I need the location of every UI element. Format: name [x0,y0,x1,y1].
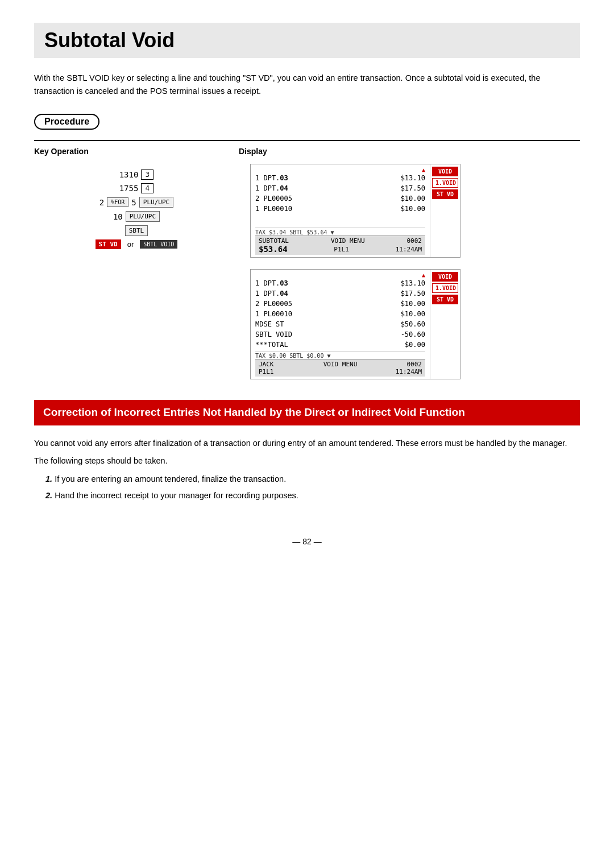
screen-2-row-4: 1 PL00010 $10.00 [255,309,425,319]
screen-2-footer-label: JACK [259,361,274,368]
screen-2-btns: VOID 1.VOID ST VD [430,270,460,379]
screen-2-footer: JACK VOID MENU 0002 P1L1 11:24AM [255,359,425,377]
intro-paragraph: With the SBTL VOID key or selecting a li… [34,72,580,98]
key-num-10: 10 [113,212,123,221]
screen-1-footer-time: 11:24AM [396,246,422,253]
correction-step-1: 1. If you are entering an amount tendere… [45,472,580,486]
step-1-num: 1. [45,474,52,483]
key-box-4[interactable]: 4 [141,183,154,193]
display-header: Display [239,147,580,156]
screen-2-row-6: SBTL VOID -50.60 [255,329,425,340]
key-btn-sbtl[interactable]: SBTL [125,225,148,236]
screen-1-footer-num: 0002 [407,237,422,245]
correction-para1: You cannot void any errors after finaliz… [34,437,580,450]
screen-2-body: ▲ 1 DPT.03 $13.10 1 DPT.04 $17.50 2 PL00… [251,270,430,379]
key-row-3: 2 %FOR 5 PLU/UPC [99,197,173,208]
screen-1: ▲ 1 DPT.03 $13.10 1 DPT.04 $17.50 2 PL00… [250,164,460,258]
screen-1-tax: TAX $3.04 SBTL $53.64 ▼ [255,228,425,235]
screen-1-btn-stvd[interactable]: ST VD [432,189,458,199]
page-title: Subtotal Void [34,23,580,58]
screen-1-row-3: 2 PL00005 $10.00 [255,193,425,204]
key-btn-plu2[interactable]: PLU/UPC [126,211,160,222]
key-row-6: ST VD or SBTL VOID [96,239,178,249]
screen-2-footer-time: 11:24AM [396,368,422,375]
screen-2-tax: TAX $0.00 SBTL $0.00 ▼ [255,351,425,359]
key-btn-sbtlvoid[interactable]: SBTL VOID [140,240,177,249]
key-ops-list: 1310 3 1755 4 2 %FOR 5 PLU/UPC 10 PLU/UP… [34,164,239,255]
screen-1-footer-label: SUBTOTAL [259,237,289,245]
step-1-text: If you are entering an amount tendered, … [55,474,286,483]
key-num-2: 2 [99,198,104,207]
display-col: Display ▲ 1 DPT.03 $13.10 1 DPT.04 $17.5 [239,140,580,379]
screen-1-btn-1void[interactable]: 1.VOID [432,178,458,188]
screen-2-btn-stvd[interactable]: ST VD [432,295,458,304]
correction-para2: The following steps should be taken. [34,454,580,468]
key-btn-stvd[interactable]: ST VD [96,239,121,249]
screen-1-footer: SUBTOTAL VOID MENU 0002 $53.64 P1L1 11:2… [255,235,425,255]
key-operation-col: Key Operation 1310 3 1755 4 2 %FOR 5 PLU… [34,140,239,379]
key-row-5: SBTL [125,225,148,236]
screen-1-amount: $53.64 [259,245,288,254]
screen-2-row-3: 2 PL00005 $10.00 [255,299,425,309]
key-row-2: 1755 4 [119,183,154,193]
screen-2-footer-right: P1L1 [259,368,274,375]
page-number: — 82 — [34,537,580,546]
screen-2-footer-num: 0002 [406,361,422,368]
key-num-1755: 1755 [119,184,139,193]
correction-header: Correction of Incorrect Entries Not Hand… [34,400,580,425]
screen-2-footer-menu: VOID MENU [323,361,358,368]
key-operation-header: Key Operation [34,147,239,156]
key-num-1310: 1310 [119,170,139,179]
screen-1-body: ▲ 1 DPT.03 $13.10 1 DPT.04 $17.50 2 PL00… [251,164,430,257]
or-text: or [127,240,134,249]
screen-1-footer-right: P1L1 [334,246,349,253]
key-row-1: 1310 3 [119,170,154,180]
procedure-section: Key Operation 1310 3 1755 4 2 %FOR 5 PLU… [34,140,580,379]
screen-2-btn-1void[interactable]: 1.VOID [432,283,458,293]
step-2-text: Hand the incorrect receipt to your manag… [55,491,298,500]
screen-2-row-7: ***TOTAL $0.00 [255,340,425,350]
screen-1-row-4: 1 PL00010 $10.00 [255,204,425,214]
screen-2-btn-void[interactable]: VOID [432,272,458,282]
screen-1-btn-void[interactable]: VOID [432,167,458,176]
key-btn-for[interactable]: %FOR [107,197,128,207]
display-screens: ▲ 1 DPT.03 $13.10 1 DPT.04 $17.50 2 PL00… [239,164,580,379]
screen-1-row-1: 1 DPT.03 $13.10 [255,173,425,183]
screen-2-row-5: MDSE ST $50.60 [255,319,425,329]
key-box-3[interactable]: 3 [141,170,154,180]
key-btn-plu1[interactable]: PLU/UPC [139,197,173,208]
correction-steps: 1. If you are entering an amount tendere… [45,472,580,502]
key-row-4: 10 PLU/UPC [113,211,160,222]
screen-1-btns: VOID 1.VOID ST VD [430,164,460,257]
screen-1-row-2: 1 DPT.04 $17.50 [255,183,425,193]
screen-2-row-1: 1 DPT.03 $13.10 [255,278,425,288]
screen-2-row-2: 1 DPT.04 $17.50 [255,288,425,299]
correction-step-2: 2. Hand the incorrect receipt to your ma… [45,489,580,503]
step-2-num: 2. [45,491,52,500]
screen-1-footer-menu: VOID MENU [331,237,365,245]
procedure-label: Procedure [34,114,99,130]
key-num-5: 5 [131,198,136,207]
screen-2: ▲ 1 DPT.03 $13.10 1 DPT.04 $17.50 2 PL00… [250,269,460,379]
